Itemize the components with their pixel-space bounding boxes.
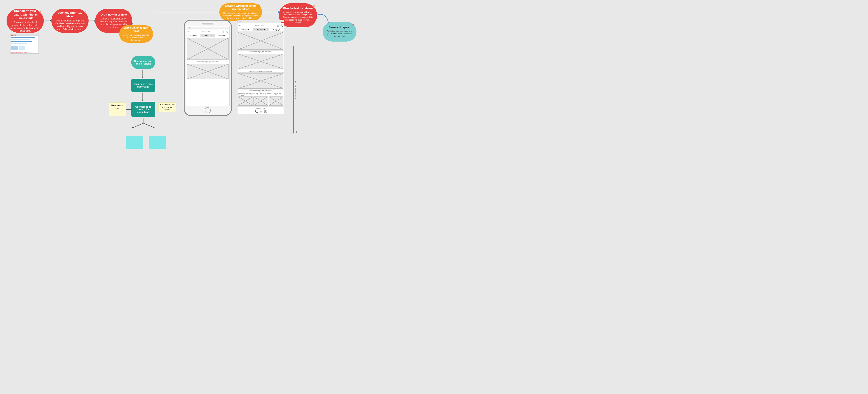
phone-speaker — [202, 23, 213, 25]
flow-box-1 — [126, 135, 143, 149]
desktop-site-title: Website title — [254, 25, 264, 27]
step6-icon: ✳ — [313, 4, 315, 8]
desktop-phone-icon: 📞 — [255, 110, 258, 113]
desktop-more-img-2 — [253, 96, 268, 106]
step1-title: Brainstorm your feature wish-list in Luc… — [10, 9, 40, 20]
phone-cat-3: Category 3 — [215, 34, 229, 37]
flow-arrow-2-3 — [142, 93, 143, 101]
desktop-header: ☰ Website title 🛒 🔍 — [237, 23, 284, 28]
flow-arrow-1-2 — [142, 69, 143, 78]
step4-blob[interactable]: Map a polished user flow Model your impr… — [119, 25, 153, 43]
svg-line-9 — [143, 123, 154, 127]
phone-hero-img — [187, 38, 228, 60]
step4-icon: 🔶 — [148, 26, 151, 29]
desktop-url-bar: URL — [237, 20, 284, 22]
arrow-5-6 — [262, 11, 279, 13]
step2-icon: ✳ — [84, 10, 86, 13]
flow-node-2-label: User sees a nice homepage — [133, 83, 154, 88]
desktop-more-img-1 — [238, 96, 253, 106]
step5-title: Create a wireframe of the user interface — [223, 4, 258, 11]
svg-marker-3 — [142, 100, 143, 102]
desktop-footer-cta: Footer CTA 📞 ✉ 💬 — [237, 107, 284, 114]
desktop-cat-3: Category 3 — [269, 28, 284, 31]
step6-blob[interactable]: Plan the feature release Map out everyth… — [279, 3, 317, 27]
step7-icon: ✳ — [352, 23, 355, 27]
phone-mockup-container: URL ☰ Website title 🛒 🔍 Category 1 Categ… — [184, 20, 232, 116]
flow-node-3: User needs to search for something — [131, 102, 155, 117]
desktop-hero-img — [238, 32, 283, 50]
step6-body: Map out everything that will go into the… — [282, 11, 314, 24]
thumbnail-card: Product design in Lucid — [10, 34, 39, 54]
svg-marker-1 — [142, 77, 143, 79]
phone-site-title: Website title — [201, 31, 210, 33]
flow-node-1: User opens app on cell phone — [131, 56, 155, 69]
desktop-feat2-img — [238, 54, 283, 69]
phone-header: ☰ Website title 🛒 🔍 — [186, 30, 229, 34]
step7-blob[interactable]: Rinse and repeat! Redo this exercise eac… — [322, 22, 356, 41]
arrow-4-5 — [153, 11, 220, 13]
desktop-feat2-row — [237, 53, 284, 70]
step2-body: Use a 2x2 matrix to organize the ideas b… — [55, 19, 85, 31]
desktop-feat3-img — [238, 73, 283, 89]
step7-title: Rinse and repeat! — [329, 26, 350, 29]
scroll-down-label: Customer Scrolls down — [294, 81, 296, 99]
step5-icon: 🔶 — [257, 4, 260, 7]
step6-title: Plan the feature release — [283, 7, 313, 10]
desktop-hero-row — [237, 31, 284, 51]
desktop-cat-2: Category 2 — [253, 28, 269, 31]
canvas: Brainstorm your feature wish-list in Luc… — [0, 0, 868, 394]
step2-title: Vote and prioritize ideas — [55, 11, 85, 19]
desktop-email-icon: ✉ — [260, 110, 262, 113]
flow-node-3-label: User needs to search for something — [133, 105, 154, 113]
flow-arrows-split — [131, 118, 160, 135]
phone-screen: URL ☰ Website title 🛒 🔍 Category 1 Categ… — [186, 26, 229, 106]
step1-blob[interactable]: Brainstorm your feature wish-list in Luc… — [6, 9, 44, 33]
phone-url-text: URL — [187, 27, 228, 29]
phone-secondary-img — [187, 64, 228, 79]
step5-body: Model the user experience by creating a … — [223, 12, 258, 20]
step1-icon: ✳ — [39, 10, 41, 13]
desktop-cat-1: Category 1 — [238, 28, 253, 31]
phone-url-bar: URL — [186, 26, 229, 30]
flow-note-search-bar: New search bar — [109, 102, 126, 116]
flow-note-ease: How to make this as easy as possible? — [158, 102, 176, 112]
flow-node-2: User sees a nice homepage — [131, 79, 155, 92]
scroll-arrow — [296, 131, 297, 133]
desktop-feat-label-3: Featured category/product/offer 3 — [237, 89, 284, 92]
desktop-chat-icon: 💬 — [264, 110, 267, 113]
desktop-more-img-3 — [269, 96, 283, 106]
desktop-feat-label-1: Featured category/product/offer 1 — [237, 51, 284, 53]
flow-note-search-bar-label: New search bar — [111, 104, 124, 110]
desktop-nav: Category 1 Category 2 Category 3 — [237, 28, 284, 31]
svg-marker-11 — [296, 131, 297, 133]
arrow-1-2 — [45, 20, 52, 22]
step7-body: Redo this exercise each time you want to… — [326, 30, 353, 38]
desktop-more-label: More featured categories (e.g., "Recentl… — [238, 93, 283, 96]
flow-note-ease-label: How to make this as easy as possible? — [159, 103, 175, 111]
desktop-feat-label-2: Featured category/product/offer 2 — [237, 70, 284, 72]
flow-node-1-label: User opens app on cell phone — [133, 60, 154, 65]
svg-marker-8 — [132, 127, 134, 128]
desktop-more-featured: More featured categories (e.g., "Recentl… — [237, 92, 284, 107]
scroll-label-container: Customer Scrolls down — [291, 46, 296, 133]
step4-body: Model your improved user flow with a flo… — [123, 34, 150, 41]
phone-cat-2: Category 2 — [200, 34, 215, 37]
step4-title: Map a polished user flow — [123, 26, 150, 33]
flow-box-2 — [149, 135, 166, 149]
thumbnail-label: Product design in Lucid — [10, 51, 38, 53]
step1-body: Brainstorm a wish-list of product featur… — [10, 21, 40, 32]
svg-line-7 — [133, 123, 143, 127]
step3-icon: ✳ — [127, 10, 130, 13]
desktop-footer-label: Footer CTA — [238, 108, 283, 110]
phone-nav: Category 1 Category 2 Category 3 — [186, 34, 229, 37]
phone-featured-label: Featured category/product/offer 1 — [186, 61, 229, 63]
step3-title: Draft new user flow — [101, 13, 127, 17]
svg-marker-10 — [153, 127, 155, 128]
phone-cat-1: Category 1 — [186, 34, 200, 37]
step5-blob[interactable]: Create a wireframe of the user interface… — [219, 3, 262, 21]
phone-home-button — [205, 107, 211, 113]
desktop-feat3-row — [237, 72, 284, 89]
desktop-wireframe: URL ☰ Website title 🛒 🔍 Category 1 Categ… — [237, 20, 284, 114]
step2-blob[interactable]: Vote and prioritize ideas Use a 2x2 matr… — [52, 9, 89, 33]
